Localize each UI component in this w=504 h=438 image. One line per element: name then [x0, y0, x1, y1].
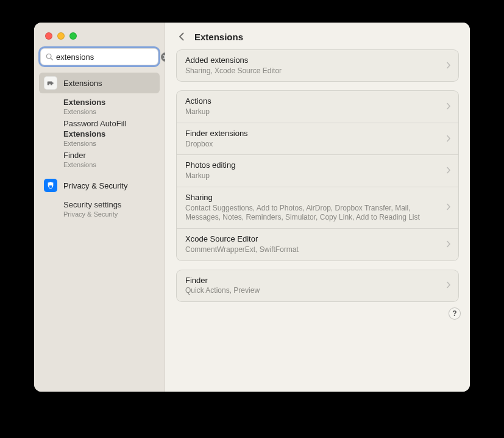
sidebar-item-label: Privacy & Security: [63, 181, 127, 190]
settings-group: ActionsMarkupFinder extensionsDropboxPho…: [176, 90, 459, 260]
row-subtitle: Quick Actions, Preview: [185, 286, 446, 296]
search-result-title: Security settings: [63, 200, 160, 210]
system-settings-window: Extensions ExtensionsExtensionsPassword …: [34, 23, 470, 392]
settings-row[interactable]: Finder extensionsDropbox: [177, 123, 458, 154]
search-result-title: Password AutoFill Extensions: [63, 119, 160, 139]
settings-list: Added extensionsSharing, Xcode Source Ed…: [165, 49, 470, 321]
chevron-right-icon: [446, 202, 451, 213]
sidebar: Extensions ExtensionsExtensionsPassword …: [34, 23, 165, 392]
settings-row[interactable]: Photos editingMarkup: [177, 154, 458, 186]
sidebar-item-label: Extensions: [63, 79, 102, 88]
row-subtitle: Sharing, Xcode Source Editor: [185, 66, 446, 76]
content-pane: Extensions Added extensionsSharing, Xcod…: [165, 23, 470, 392]
search-result-item[interactable]: Security settingsPrivacy & Security: [63, 198, 160, 220]
settings-row[interactable]: Added extensionsSharing, Xcode Source Ed…: [177, 50, 458, 81]
search-result-category: Extensions: [63, 108, 160, 115]
row-title: Added extensions: [185, 56, 446, 66]
search-icon: [45, 52, 54, 61]
sidebar-item-extensions[interactable]: Extensions: [39, 73, 160, 93]
search-result-title: Extensions: [63, 98, 160, 107]
search-result-category: Extensions: [63, 161, 160, 168]
chevron-right-icon: [446, 239, 451, 250]
search-result-item[interactable]: Password AutoFill ExtensionsExtensions: [63, 117, 160, 149]
content-header: Extensions: [165, 23, 470, 49]
privacy-icon: [44, 179, 57, 192]
search-result-category: Privacy & Security: [63, 210, 160, 218]
search-result-item[interactable]: ExtensionsExtensions: [63, 96, 160, 117]
search-result-category: Extensions: [63, 140, 160, 147]
settings-row[interactable]: ActionsMarkup: [177, 91, 458, 122]
settings-group: FinderQuick Actions, Preview: [176, 270, 459, 302]
close-window-button[interactable]: [45, 32, 52, 40]
settings-group: Added extensionsSharing, Xcode Source Ed…: [176, 49, 459, 82]
page-title: Extensions: [194, 32, 243, 42]
chevron-right-icon: [446, 165, 451, 176]
search-result-item[interactable]: FinderExtensions: [63, 149, 160, 170]
search-results: Extensions ExtensionsExtensionsPassword …: [34, 71, 165, 226]
row-subtitle: Markup: [185, 171, 446, 181]
row-subtitle: CommentWrapperExt, SwiftFormat: [185, 245, 446, 255]
row-title: Photos editing: [185, 160, 446, 171]
search-field[interactable]: [40, 48, 158, 65]
help-button[interactable]: ?: [449, 307, 461, 320]
row-subtitle: Markup: [185, 107, 446, 117]
row-subtitle: Dropbox: [185, 140, 446, 149]
chevron-left-icon: [178, 32, 185, 41]
svg-line-1: [51, 58, 52, 60]
chevron-right-icon: [446, 280, 451, 291]
row-title: Actions: [185, 96, 446, 107]
chevron-right-icon: [446, 101, 451, 112]
zoom-window-button[interactable]: [69, 32, 77, 40]
back-button[interactable]: [176, 31, 187, 42]
sidebar-item-privacy-security[interactable]: Privacy & Security: [39, 175, 160, 196]
minimize-window-button[interactable]: [57, 32, 65, 40]
search-result-title: Finder: [63, 151, 160, 160]
chevron-right-icon: [446, 60, 451, 71]
row-title: Finder: [185, 276, 446, 286]
settings-row[interactable]: Xcode Source EditorCommentWrapperExt, Sw…: [177, 228, 458, 260]
settings-row[interactable]: FinderQuick Actions, Preview: [177, 270, 458, 301]
chevron-right-icon: [446, 134, 451, 145]
row-title: Xcode Source Editor: [185, 234, 446, 245]
row-subtitle: Contact Suggestions, Add to Photos, AirD…: [185, 204, 446, 223]
search-input[interactable]: [54, 52, 161, 62]
extensions-icon: [44, 76, 57, 90]
window-controls: [34, 23, 165, 40]
row-title: Finder extensions: [185, 129, 446, 139]
settings-row[interactable]: SharingContact Suggestions, Add to Photo…: [177, 187, 458, 228]
row-title: Sharing: [185, 193, 446, 203]
